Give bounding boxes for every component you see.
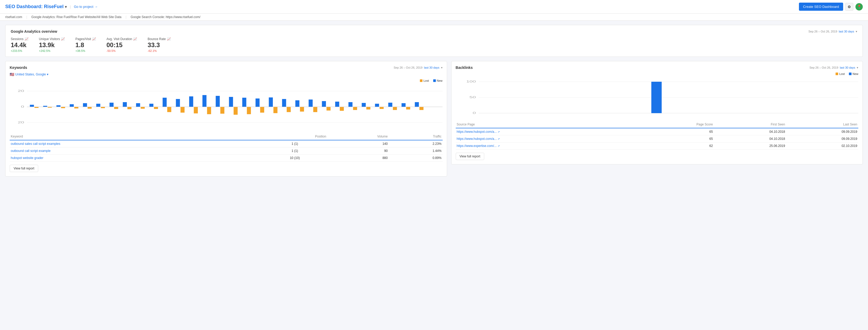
svg-text:0: 0: [472, 112, 475, 114]
backlinks-dropdown-icon[interactable]: ▾: [857, 66, 858, 70]
keywords-date: Sep 26 – Oct 26, 2019 last 30 days ▾: [394, 66, 443, 70]
svg-rect-6: [30, 105, 34, 107]
metric-pages-visit-label: Pages/Visit 📈: [75, 37, 96, 41]
keywords-last30[interactable]: last 30 days: [424, 66, 439, 69]
svg-rect-11: [61, 107, 65, 108]
svg-rect-58: [375, 104, 379, 107]
col-traffic: Traffic: [389, 133, 443, 140]
svg-rect-39: [247, 107, 251, 114]
bl-legend-lost-label: Lost: [839, 72, 845, 76]
keywords-col: Keywords Sep 26 – Oct 26, 2019 last 30 d…: [5, 61, 447, 176]
metric-unique-visitors: Unique Visitors 📈 13.9k +242.5%: [39, 37, 65, 52]
metric-unique-visitors-change: +242.5%: [39, 49, 65, 52]
overview-date-range: Sep 26 – Oct 26, 2019 last 30 days ▾: [808, 30, 857, 33]
svg-rect-15: [88, 107, 92, 109]
sub-divider-1: |: [26, 15, 27, 19]
country-filter[interactable]: 🇺🇸 United States, Google ▾: [10, 72, 443, 77]
header: SEO Dashboard: RiseFuel ▾ | Go to projec…: [0, 0, 868, 13]
two-col-section: Keywords Sep 26 – Oct 26, 2019 last 30 d…: [5, 61, 863, 176]
metric-avg-duration-label: Avg. Visit Duration 📈: [106, 37, 137, 41]
backlinks-view-report-button[interactable]: View full report: [456, 153, 484, 160]
svg-rect-31: [194, 107, 198, 113]
keywords-date-text: Sep 26 – Oct 26, 2019: [394, 66, 423, 69]
metric-avg-duration-change: -50.5%: [106, 49, 137, 52]
svg-rect-63: [406, 107, 410, 109]
svg-rect-38: [242, 98, 246, 107]
bl-link-3[interactable]: https://www.expertise.com/...: [457, 144, 497, 148]
metric-sessions-label: Sessions 📈: [11, 37, 29, 41]
keywords-view-report-button[interactable]: View full report: [10, 165, 38, 172]
pages-visit-trend-icon: 📈: [92, 37, 96, 41]
kw-traffic-2: 1.44%: [389, 147, 443, 155]
col-source: Source Page: [456, 121, 639, 128]
svg-rect-16: [96, 104, 100, 107]
create-seo-dashboard-button[interactable]: Create SEO Dashboard: [799, 3, 843, 11]
bl-legend-new-label: New: [852, 72, 858, 76]
svg-text:100: 100: [466, 80, 476, 83]
title-dropdown-icon[interactable]: ▾: [65, 5, 67, 9]
external-link-icon[interactable]: ↗: [498, 131, 500, 133]
bl-score-2: 65: [639, 135, 714, 142]
header-right: Create SEO Dashboard ⚙ 📍: [799, 3, 863, 11]
metric-pages-visit-change: +38.5%: [75, 49, 96, 52]
external-link-icon[interactable]: ↗: [498, 138, 500, 140]
backlinks-table: Source Page Page Score First Seen Last S…: [456, 121, 858, 149]
svg-rect-48: [309, 100, 313, 107]
svg-rect-35: [220, 107, 224, 114]
country-dropdown-icon[interactable]: ▾: [47, 73, 49, 76]
bl-score-1: 65: [639, 128, 714, 135]
svg-rect-52: [335, 102, 339, 107]
bl-url-1: https://www.hubspot.com/a... ↗: [456, 128, 639, 135]
bl-legend-lost-color: [836, 73, 838, 75]
svg-rect-34: [216, 96, 220, 107]
svg-rect-27: [167, 107, 171, 112]
go-to-project-link[interactable]: Go to project →: [74, 5, 98, 9]
page-title: SEO Dashboard: RiseFuel ▾: [5, 4, 67, 9]
settings-icon[interactable]: ⚙: [845, 3, 854, 11]
analytics-overview-section: Google Analytics overview Sep 26 – Oct 2…: [5, 25, 863, 57]
brand-name: RiseFuel: [44, 4, 64, 9]
svg-rect-32: [203, 95, 207, 107]
svg-rect-28: [176, 99, 180, 107]
overview-dropdown-icon[interactable]: ▾: [856, 30, 857, 33]
metric-sessions: Sessions 📈 14.4k +233.5%: [11, 37, 29, 52]
external-link-icon[interactable]: ↗: [498, 144, 500, 147]
backlinks-col: Backlinks Sep 26 – Oct 26, 2019 last 30 …: [451, 61, 863, 176]
table-row: https://www.expertise.com/... ↗ 62 25.06…: [456, 142, 858, 149]
svg-rect-64: [415, 102, 419, 107]
keywords-card-header: Keywords Sep 26 – Oct 26, 2019 last 30 d…: [10, 65, 443, 70]
unique-visitors-trend-icon: 📈: [61, 37, 65, 41]
metric-avg-duration: Avg. Visit Duration 📈 00:15 -50.5%: [106, 37, 137, 52]
svg-rect-51: [327, 107, 331, 111]
table-row: hubspot website grader 10 (10) 880 0.89%: [10, 155, 443, 162]
metric-sessions-value: 14.4k: [11, 42, 29, 49]
bl-link-2[interactable]: https://www.hubspot.com/a...: [457, 137, 497, 141]
overview-last30[interactable]: last 30 days: [839, 30, 854, 33]
country-label: United States, Google: [15, 73, 46, 76]
bounce-rate-trend-icon: 📈: [167, 37, 171, 41]
svg-rect-36: [229, 97, 233, 107]
backlinks-card-header: Backlinks Sep 26 – Oct 26, 2019 last 30 …: [456, 65, 858, 70]
keyword-link-1[interactable]: outbound sales call script examples: [11, 142, 60, 146]
svg-rect-13: [74, 107, 78, 108]
keyword-link-2[interactable]: outbound call script example: [11, 149, 51, 153]
location-icon[interactable]: 📍: [856, 3, 863, 10]
svg-rect-21: [127, 107, 131, 109]
keywords-table: Keyword Position Volume Traffic outbound…: [10, 133, 443, 162]
sub-header: risefuel.com | Google Analytics: Rise Fu…: [0, 13, 868, 21]
kw-traffic-3: 0.89%: [389, 155, 443, 162]
sub-header-analytics: Google Analytics: Rise Fuel/Rise Fuel We…: [31, 15, 121, 19]
bl-last-seen-2: 09.09.2019: [786, 135, 858, 142]
svg-rect-8: [43, 106, 47, 107]
backlinks-last30[interactable]: last 30 days: [840, 66, 855, 69]
table-row: outbound sales call script examples 1 (1…: [10, 140, 443, 147]
bl-last-seen-3: 02.10.2019: [786, 142, 858, 149]
keywords-dropdown-icon[interactable]: ▾: [441, 66, 443, 70]
col-score: Page Score: [639, 121, 714, 128]
svg-rect-18: [110, 103, 114, 107]
keyword-link-3[interactable]: hubspot website grader: [11, 156, 43, 160]
bl-last-seen-1: 09.09.2019: [786, 128, 858, 135]
svg-rect-23: [141, 107, 145, 109]
bl-link-1[interactable]: https://www.hubspot.com/a...: [457, 130, 497, 134]
svg-rect-55: [353, 107, 357, 110]
